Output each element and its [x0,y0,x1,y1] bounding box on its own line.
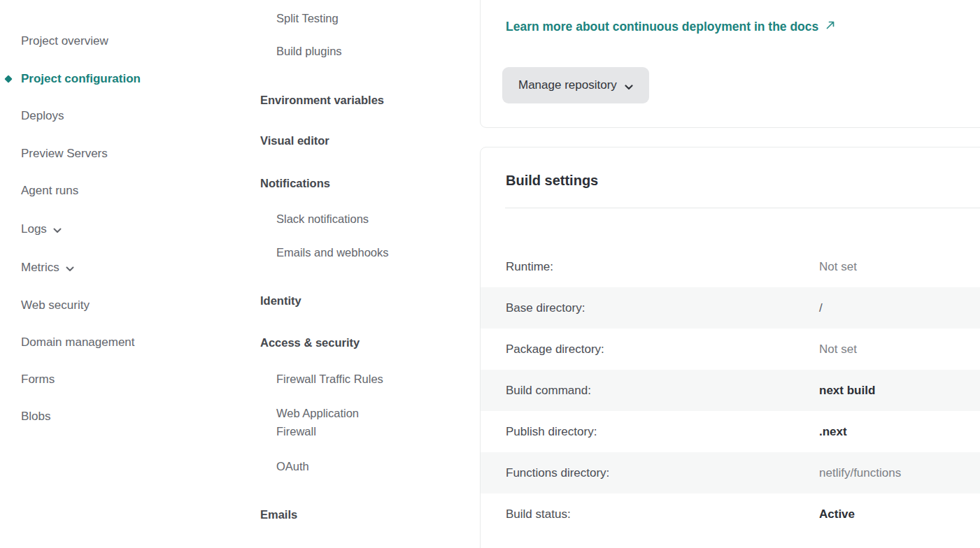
active-diamond-icon [4,75,12,82]
row-value: / [819,301,823,315]
sidebar-item-label: Project overview [21,34,108,48]
subnav-item-build-plugins[interactable]: Build plugins [276,43,342,59]
row-value: Active [819,507,855,521]
subnav-section-emails[interactable]: Emails [260,507,297,522]
sidebar-item-domain-management[interactable]: Domain management [21,335,135,350]
build-settings-table: Runtime: Not set Base directory: / Packa… [481,246,980,535]
manage-repository-button[interactable]: Manage repository [502,67,649,103]
sidebar-item-agent-runs[interactable]: Agent runs [21,183,78,199]
sidebar-item-label: Project configuration [21,72,141,86]
subnav-item-slack-notifications[interactable]: Slack notifications [276,211,369,226]
sidebar-item-label: Logs [21,222,47,236]
subnav-item-split-testing[interactable]: Split Testing [276,10,339,26]
subnav-item-firewall-traffic-rules[interactable]: Firewall Traffic Rules [276,371,383,387]
sidebar-item-metrics[interactable]: Metrics [21,260,74,275]
row-value: Not set [819,342,857,356]
build-settings-row-base-directory: Base directory: / [481,287,980,329]
subnav-item-emails-and-webhooks[interactable]: Emails and webhooks [276,245,389,260]
subnav-item-oauth[interactable]: OAuth [276,459,309,474]
build-settings-title: Build settings [506,173,598,189]
sidebar-item-label: Forms [21,373,55,387]
row-label: Base directory: [506,301,585,315]
sidebar-item-label: Blobs [21,410,51,424]
build-settings-row-build-status: Build status: Active [481,493,980,535]
subnav-section-visual-editor[interactable]: Visual editor [260,133,329,148]
row-value: next build [819,384,875,398]
sidebar-item-blobs[interactable]: Blobs [21,409,51,424]
row-value: .next [819,425,847,439]
sidebar-item-label: Domain management [21,336,135,349]
build-settings-row-build-command: Build command: next build [481,370,980,411]
sidebar-item-logs[interactable]: Logs [21,222,62,237]
build-settings-divider [505,208,980,208]
subnav-section-access-security[interactable]: Access & security [260,335,360,350]
row-label: Publish directory: [506,425,597,439]
sidebar-item-preview-servers[interactable]: Preview Servers [21,146,108,161]
sidebar-item-deploys[interactable]: Deploys [21,108,64,124]
subnav-section-notifications[interactable]: Notifications [260,175,330,191]
sidebar-item-label: Deploys [21,109,64,123]
row-label: Runtime: [506,260,553,274]
row-value: Not set [819,260,857,274]
sidebar-item-label: Agent runs [21,184,78,198]
sidebar-item-label: Metrics [21,261,59,275]
chevron-down-icon [53,223,62,237]
row-label: Functions directory: [506,466,609,480]
sidebar-item-forms[interactable]: Forms [21,372,55,387]
docs-link-label: Learn more about continuous deployment i… [506,20,818,34]
sidebar-item-project-overview[interactable]: Project overview [21,34,108,49]
build-settings-row-functions-directory: Functions directory: netlify/functions [481,452,980,493]
row-label: Build command: [506,384,591,398]
build-settings-row-publish-directory: Publish directory: .next [481,411,980,452]
sidebar-item-label: Preview Servers [21,147,108,161]
sidebar-item-label: Web security [21,298,90,312]
continuous-deployment-docs-link[interactable]: Learn more about continuous deployment i… [506,20,836,34]
subnav-section-environment-variables[interactable]: Environment variables [260,92,384,108]
sidebar-item-project-configuration[interactable]: Project configuration [21,71,141,87]
sidebar-item-web-security[interactable]: Web security [21,298,90,313]
subnav-item-web-application-firewall[interactable]: Web Application Firewall [276,404,392,440]
row-label: Build status: [506,507,571,521]
build-settings-row-runtime: Runtime: Not set [481,246,980,287]
build-settings-row-package-directory: Package directory: Not set [481,329,980,370]
chevron-down-icon [625,80,633,94]
chevron-down-icon [66,261,74,275]
subnav-section-identity[interactable]: Identity [260,293,301,308]
manage-repository-label: Manage repository [518,78,617,92]
row-label: Package directory: [506,342,604,356]
external-link-icon [825,20,836,34]
row-value: netlify/functions [819,466,901,480]
